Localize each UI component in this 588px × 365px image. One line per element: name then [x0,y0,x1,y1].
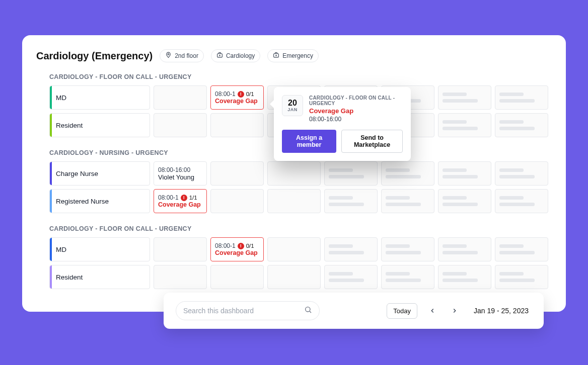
schedule-slot[interactable] [210,161,264,186]
gap-count: 1/1 [189,195,197,201]
placeholder-skeleton [499,196,544,206]
next-week-button[interactable] [448,304,462,318]
placeholder-skeleton [386,168,430,178]
placeholder-skeleton [443,196,487,206]
role-label: MD [56,246,66,253]
schedule-slot[interactable] [154,113,207,137]
schedule-slot[interactable] [210,189,264,213]
coverage-gap-label: Coverage Gap [215,98,259,105]
gap-count: 0/1 [246,243,254,249]
role-accent [50,86,52,109]
schedule-slot[interactable] [495,189,548,213]
schedule-slot[interactable] [438,161,491,186]
role-accent [50,114,52,137]
placeholder-skeleton [499,244,544,254]
schedule-slot[interactable] [324,161,378,186]
tag-type[interactable]: Emergency [267,49,319,62]
placeholder-skeleton [329,196,373,206]
placeholder-skeleton [329,272,373,282]
schedule-slot[interactable] [438,237,491,261]
schedule-slot[interactable] [438,265,491,289]
assign-member-button[interactable]: Assign a member [282,130,336,153]
placeholder-skeleton [443,244,487,254]
schedule-slot[interactable] [210,113,264,137]
schedule-slot[interactable] [381,237,434,261]
schedule-slot[interactable] [495,161,548,186]
send-marketplace-button[interactable]: Send to Marketplace [341,130,403,153]
schedule-slot[interactable] [324,189,378,213]
slot-time: 08:00-1 [215,90,236,98]
placeholder-skeleton [386,272,430,282]
slot-time: 08:00-16:00 [158,166,202,173]
schedule-slot[interactable] [495,237,548,261]
schedule-slot[interactable]: 08:00-16:00Violet Young [154,161,207,186]
schedule-slot[interactable] [495,113,548,137]
schedule-row: Registered Nurse08:00-1!1/1Coverage Gap [49,189,552,213]
today-button[interactable]: Today [387,303,417,319]
role-cell[interactable]: MD [49,237,150,261]
schedule-slot[interactable] [324,265,378,289]
role-cell[interactable]: Registered Nurse [49,189,150,213]
tag-department[interactable]: Cardiology [211,49,260,62]
search-input[interactable] [183,307,304,315]
date-month: JAN [287,107,298,112]
schedule-slot[interactable] [324,237,378,261]
schedule-slot[interactable] [154,265,207,289]
schedule-slot[interactable] [495,85,548,110]
svg-point-0 [168,54,169,55]
popover-group-label: CARDIOLOGY - FLOOR ON CALL - URGENCY [309,95,403,106]
schedule-slot[interactable] [495,265,548,289]
schedule-slot[interactable]: 08:00-1!1/1Coverage Gap [154,189,207,213]
schedule-row: Charge Nurse08:00-16:00Violet Young [49,161,552,186]
placeholder-skeleton [386,196,430,206]
schedule-slot[interactable] [154,237,207,261]
role-label: Registered Nurse [56,198,109,205]
search-wrap[interactable] [176,301,320,320]
placeholder-skeleton [443,120,487,130]
schedule-slot[interactable] [267,265,321,289]
schedule-slot[interactable] [154,85,207,110]
schedule-slot[interactable] [438,113,491,137]
role-cell[interactable]: Resident [49,265,150,289]
gap-count: 0/1 [246,91,254,97]
schedule-slot[interactable] [267,161,321,186]
schedule-slot[interactable] [438,189,491,213]
location-pin-icon [165,52,172,60]
schedule-slot[interactable] [267,237,321,261]
placeholder-skeleton [443,272,487,282]
role-accent [50,190,52,213]
search-icon [304,306,312,316]
schedule-slot[interactable] [267,189,321,213]
svg-point-3 [306,307,310,312]
schedule-row: Resident [49,265,552,289]
schedule-row: MD08:00-1!0/1Coverage Gap [49,237,552,261]
alert-icon: ! [238,91,244,98]
schedule-slot[interactable] [438,85,491,110]
coverage-gap-label: Coverage Gap [158,201,202,208]
schedule-slot[interactable] [381,189,434,213]
placeholder-skeleton [329,168,373,178]
schedule-slot[interactable]: 08:00-1!0/1Coverage Gap [210,85,264,110]
group-title: CARDIOLOGY - FLOOR ON CALL - URGENCY [49,225,552,232]
role-label: MD [56,94,66,102]
role-cell[interactable]: MD [49,85,150,110]
role-accent [50,162,52,185]
dashboard-card: Cardiology (Emergency) 2nd floor Cardiol… [22,35,566,312]
schedule-slot[interactable] [381,161,434,186]
schedule-slot[interactable] [381,265,434,289]
role-cell[interactable]: Charge Nurse [49,161,150,186]
briefcase-medical-icon [216,52,223,60]
prev-week-button[interactable] [425,304,439,318]
alert-icon: ! [181,195,187,201]
date-badge: 20 JAN [282,95,303,116]
role-accent [50,238,52,261]
placeholder-skeleton [329,244,373,254]
schedule-slot[interactable]: 08:00-1!0/1Coverage Gap [210,237,264,261]
alert-icon: ! [238,243,244,249]
coverage-gap-popover: 20 JAN CARDIOLOGY - FLOOR ON CALL - URGE… [274,87,411,161]
popover-gap-label: Coverage Gap [309,107,403,115]
role-cell[interactable]: Resident [49,113,150,137]
tag-floor[interactable]: 2nd floor [160,49,204,62]
bottom-toolbar: Today Jan 19 - 25, 2023 [164,293,544,329]
schedule-slot[interactable] [210,265,264,289]
